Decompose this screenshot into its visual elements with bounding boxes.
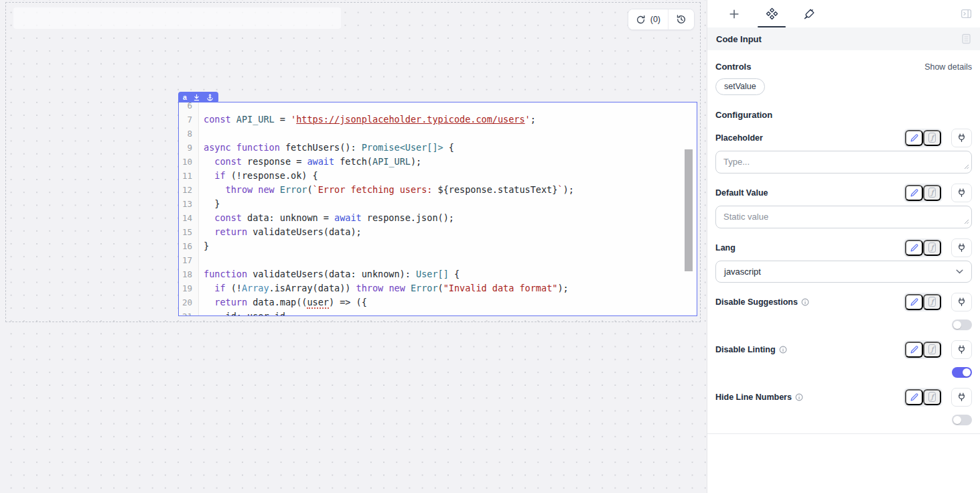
move-down-icon[interactable] [193,94,200,101]
anchor-icon[interactable] [206,94,214,101]
info-icon[interactable] [795,393,803,401]
code-line[interactable] [204,127,697,141]
static-mode-button[interactable] [905,185,923,201]
code-line[interactable]: async function fetchUsers(): Promise<Use… [204,141,697,155]
code-line[interactable]: return validateUsers(data); [204,225,697,239]
static-mode-button[interactable] [905,130,923,146]
property-header-disable-linting: Disable Lintingƒ [715,340,972,359]
code-line[interactable] [204,253,697,267]
code-token [204,297,214,307]
editor-scrollbar-thumb[interactable] [685,149,693,271]
code-token: throw [356,283,384,293]
docs-icon[interactable] [961,33,971,44]
code-editor[interactable]: 6789101112131415161718192021 const API_U… [179,102,697,315]
info-icon[interactable] [801,298,809,306]
disable-suggestions-toggle[interactable] [952,320,972,330]
tab-add-widget[interactable] [715,0,753,27]
line-number: 14 [179,211,192,225]
setvalue-control-chip[interactable]: setValue [715,78,765,95]
code-area[interactable]: const API_URL = 'https://jsonplaceholder… [199,102,697,315]
bind-data-button[interactable] [951,184,972,202]
info-icon[interactable] [779,346,787,354]
collapse-panel-button[interactable] [961,8,972,19]
hide-line-numbers-toggle[interactable] [952,415,972,425]
fx-mode-button[interactable]: ƒ [923,240,941,256]
code-token: ( [438,283,443,293]
code-token: ); [563,184,574,195]
components-icon [766,7,778,20]
code-token [204,170,214,181]
line-number: 19 [179,281,192,295]
app-builder: (0) a 678910111213141516171819202 [0,0,980,493]
code-token: response = [242,156,307,167]
canvas-toolbar: (0) [628,9,695,30]
code-token: await [334,212,362,223]
value-mode-segment: ƒ [904,293,942,311]
code-line[interactable]: throw new Error(`Error fetching users: $… [204,183,697,197]
code-token: ' [525,114,531,125]
code-line[interactable]: if (!response.ok) { [204,169,697,183]
code-token: (! [226,283,242,293]
property-field-disable-linting: Disable Lintingƒ [715,340,972,378]
static-mode-button[interactable] [905,294,923,310]
fx-mode-button[interactable]: ƒ [923,130,941,146]
fx-mode-button[interactable]: ƒ [923,294,941,310]
pencil-icon [910,393,919,402]
code-token: API_URL [236,114,275,125]
code-input-widget[interactable]: a 6789101112131415161718192021 const API… [178,102,697,316]
code-line[interactable]: const API_URL = 'https://jsonplaceholder… [204,113,697,127]
fx-mode-button[interactable]: ƒ [923,185,941,201]
disable-linting-toggle[interactable] [952,367,972,378]
code-line[interactable] [204,102,697,113]
placeholder-input[interactable]: Type... [715,151,972,173]
fx-mode-button[interactable]: ƒ [923,389,941,405]
code-line[interactable]: const response = await fetch(API_URL); [204,155,697,169]
code-line[interactable]: } [204,239,697,253]
fx-mode-button[interactable]: ƒ [923,342,941,358]
code-token [204,226,214,237]
inspector-panel: Code Input Controls Show details setValu… [707,0,980,493]
code-token: (!response.ok) { [226,170,318,181]
code-line[interactable]: function validateUsers(data: unknown): U… [204,267,697,281]
code-line[interactable]: const data: unknown = await response.jso… [204,211,697,225]
code-token: = [275,114,291,125]
static-mode-button[interactable] [905,342,923,358]
code-token: ' [291,114,296,125]
resize-handle-icon[interactable] [964,161,969,171]
code-token: ${response.statusText} [438,184,558,195]
code-line[interactable]: return data.map((user) => ({ [204,295,697,309]
bind-data-button[interactable] [951,388,972,407]
lang-select[interactable]: javascript [715,261,972,283]
canvas[interactable]: (0) a 678910111213141516171819202 [0,0,707,493]
code-line[interactable]: id: user.id, [204,309,697,315]
property-field-default-value: Default ValueƒStatic value [715,183,972,228]
show-details-link[interactable]: Show details [924,62,972,72]
code-token: if [214,170,225,181]
resize-handle-icon[interactable] [964,216,969,226]
code-line[interactable]: if (!Array.isArray(data)) throw new Erro… [204,281,697,295]
tab-properties[interactable] [753,0,790,27]
code-token: const [204,114,231,125]
static-mode-button[interactable] [905,389,923,405]
widget-badge[interactable]: a [178,92,218,102]
default-value-input[interactable]: Static value [715,206,972,228]
reload-queries-button[interactable]: (0) [628,9,668,29]
bind-data-button[interactable] [951,129,972,147]
property-field-hide-line-numbers: Hide Line Numbersƒ [715,387,972,425]
code-token [405,283,411,293]
history-button[interactable] [668,9,694,29]
code-line[interactable]: } [204,197,697,211]
pencil-icon [910,297,919,307]
tab-styles[interactable] [790,0,828,27]
property-label-text: Lang [715,243,736,253]
property-label-text: Default Value [715,188,768,198]
code-token: async [204,142,231,153]
bind-data-button[interactable] [951,293,972,311]
fx-icon: ƒ [928,392,936,402]
paintbrush-icon [803,8,815,20]
static-mode-button[interactable] [905,240,923,256]
code-token: ; [531,114,536,125]
bind-data-button[interactable] [951,340,972,359]
code-token [231,114,236,125]
bind-data-button[interactable] [951,238,972,257]
